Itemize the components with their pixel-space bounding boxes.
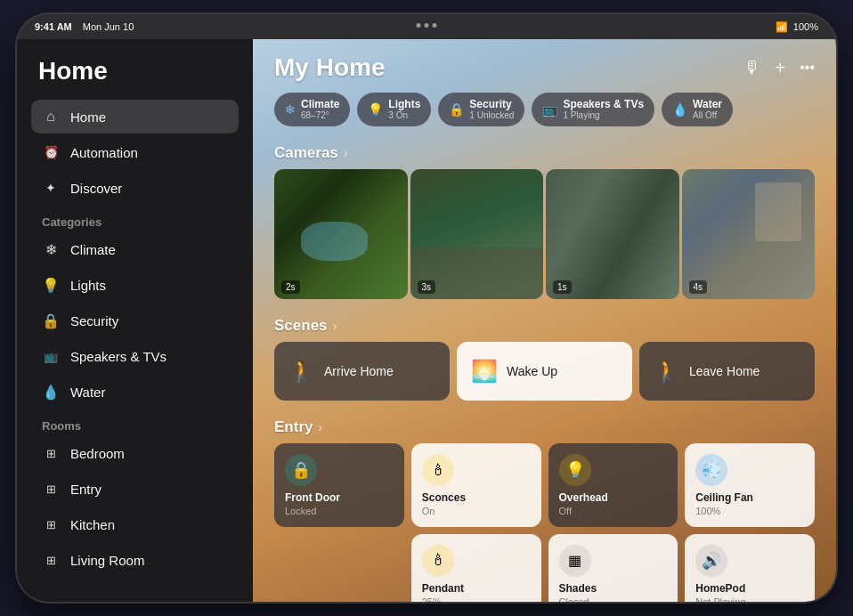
- chip-climate-label: Climate: [301, 98, 339, 110]
- entry-icon: ⊞: [42, 480, 60, 498]
- leave-home-icon: 🚶: [654, 359, 680, 384]
- sconces-text: Sconces On: [422, 491, 531, 516]
- main-title: My Home: [274, 53, 385, 82]
- shades-text: Shades Closed: [559, 582, 668, 602]
- cameras-row: 2s 3s 1s 4s: [253, 169, 836, 312]
- overhead-text: Overhead Off: [559, 491, 668, 516]
- wake-up-icon: 🌅: [471, 359, 498, 384]
- dot-3: [433, 23, 437, 28]
- wake-up-label: Wake Up: [507, 364, 557, 378]
- chip-security-sub: 1 Unlocked: [469, 110, 514, 121]
- status-bar: 9:41 AM Mon Jun 10 📶 100%: [17, 14, 836, 39]
- sidebar-item-speakers-label: Speakers & TVs: [70, 349, 167, 364]
- sidebar-item-water[interactable]: 💧 Water: [31, 375, 239, 409]
- homepod-text: HomePod Not Playing: [695, 582, 804, 602]
- main-header: My Home 🎙 + •••: [253, 39, 836, 93]
- sidebar-item-automation-label: Automation: [70, 145, 138, 160]
- sidebar-item-kitchen[interactable]: ⊞ Kitchen: [31, 507, 239, 541]
- shades-icon: ▦: [568, 552, 581, 569]
- water-icon: 💧: [42, 383, 60, 401]
- ipad-frame: 9:41 AM Mon Jun 10 📶 100% Home ⌂ Home ⏰ …: [17, 14, 836, 602]
- chip-climate-icon: ❄: [285, 102, 296, 117]
- cameras-title: Cameras: [274, 144, 338, 162]
- sidebar-item-living-room[interactable]: ⊞ Living Room: [31, 543, 239, 577]
- app-body: Home ⌂ Home ⏰ Automation ✦ Discover Cate…: [17, 39, 836, 602]
- device-sconces[interactable]: 🕯 Sconces On: [411, 443, 541, 527]
- scene-arrive-home[interactable]: 🚶 Arrive Home: [274, 342, 450, 401]
- pendant-name: Pendant: [422, 582, 531, 596]
- scene-leave-home[interactable]: 🚶 Leave Home: [639, 342, 815, 401]
- camera-3[interactable]: 1s: [546, 169, 679, 299]
- camera-2-timer: 3s: [418, 280, 436, 294]
- chip-water[interactable]: 💧 Water All Off: [662, 93, 733, 126]
- scenes-chevron: ›: [333, 319, 337, 333]
- sidebar-item-lights[interactable]: 💡 Lights: [31, 268, 239, 302]
- device-pendant[interactable]: 🕯 Pendant 25%: [411, 534, 541, 602]
- device-shades[interactable]: ▦ Shades Closed: [548, 534, 678, 602]
- sidebar-item-automation[interactable]: ⏰ Automation: [31, 135, 239, 169]
- sidebar-item-home[interactable]: ⌂ Home: [31, 100, 239, 134]
- climate-icon: ❄: [42, 240, 60, 258]
- sidebar-item-discover[interactable]: ✦ Discover: [31, 171, 239, 205]
- entry-chevron: ›: [318, 420, 322, 434]
- camera-1[interactable]: 2s: [274, 169, 408, 299]
- more-button[interactable]: •••: [800, 60, 815, 76]
- discover-icon: ✦: [42, 179, 60, 197]
- chip-speakers[interactable]: 📺 Speakers & TVs 1 Playing: [532, 93, 654, 126]
- ceiling-fan-status: 100%: [695, 506, 804, 516]
- security-icon: 🔒: [42, 312, 60, 329]
- mic-button[interactable]: 🎙: [743, 58, 761, 78]
- scenes-section-header[interactable]: Scenes ›: [253, 312, 836, 342]
- scenes-title: Scenes: [274, 317, 328, 335]
- sidebar-item-entry-label: Entry: [70, 482, 102, 497]
- shades-status: Closed: [559, 596, 668, 602]
- overhead-name: Overhead: [559, 491, 668, 506]
- device-overhead[interactable]: 💡 Overhead Off: [548, 443, 678, 527]
- chip-climate-text: Climate 68–72°: [301, 98, 339, 121]
- chip-climate[interactable]: ❄ Climate 68–72°: [274, 93, 350, 126]
- device-ceiling-fan[interactable]: 💨 Ceiling Fan 100%: [685, 443, 815, 527]
- shades-icon-circle: ▦: [559, 545, 591, 577]
- chip-water-text: Water All Off: [693, 98, 722, 121]
- pendant-icon-circle: 🕯: [422, 545, 454, 577]
- scene-wake-up[interactable]: 🌅 Wake Up: [457, 342, 632, 401]
- camera-2[interactable]: 3s: [410, 169, 544, 299]
- device-front-door[interactable]: 🔒 Front Door Locked: [274, 443, 404, 527]
- chip-lights[interactable]: 💡 Lights 3 On: [357, 93, 431, 126]
- entry-section-header[interactable]: Entry ›: [253, 413, 836, 443]
- sconces-icon-row: 🕯: [422, 454, 531, 486]
- add-button[interactable]: +: [776, 58, 786, 78]
- chip-security-text: Security 1 Unlocked: [469, 98, 514, 121]
- chip-lights-sub: 3 On: [388, 110, 420, 121]
- sidebar-title: Home: [31, 57, 239, 85]
- chip-water-sub: All Off: [693, 110, 722, 121]
- sidebar-item-speakers-tvs[interactable]: 📺 Speakers & TVs: [31, 339, 239, 373]
- bedroom-icon: ⊞: [42, 444, 60, 462]
- device-homepod[interactable]: 🔊 HomePod Not Playing: [685, 534, 815, 602]
- sidebar-item-security[interactable]: 🔒 Security: [31, 304, 239, 337]
- battery-label: 100%: [793, 21, 818, 32]
- cameras-chevron: ›: [344, 146, 348, 160]
- sidebar-item-security-label: Security: [70, 313, 118, 328]
- chip-climate-sub: 68–72°: [301, 110, 339, 121]
- cameras-section-header[interactable]: Cameras ›: [253, 139, 836, 169]
- sidebar-item-entry[interactable]: ⊞ Entry: [31, 472, 239, 506]
- overhead-icon: 💡: [565, 460, 585, 480]
- status-date: Mon Jun 10: [83, 21, 134, 32]
- leave-home-label: Leave Home: [689, 364, 760, 378]
- scenes-row: 🚶 Arrive Home 🌅 Wake Up 🚶 Leave Home: [253, 342, 836, 413]
- home-icon: ⌂: [42, 108, 60, 126]
- sidebar-item-climate[interactable]: ❄ Climate: [31, 232, 239, 266]
- sidebar-item-bedroom[interactable]: ⊞ Bedroom: [31, 436, 239, 470]
- chip-speakers-label: Speakers & TVs: [563, 98, 644, 110]
- ceiling-fan-icon-circle: 💨: [695, 454, 727, 486]
- chip-security[interactable]: 🔒 Security 1 Unlocked: [438, 93, 524, 126]
- kitchen-icon: ⊞: [42, 515, 60, 533]
- sconces-icon: 🕯: [430, 461, 446, 480]
- homepod-icon: 🔊: [702, 551, 721, 571]
- dot-1: [417, 23, 421, 28]
- pendant-text: Pendant 25%: [422, 582, 531, 602]
- camera-4[interactable]: 4s: [682, 169, 816, 299]
- homepod-icon-row: 🔊: [695, 545, 804, 577]
- sconces-name: Sconces: [422, 491, 531, 506]
